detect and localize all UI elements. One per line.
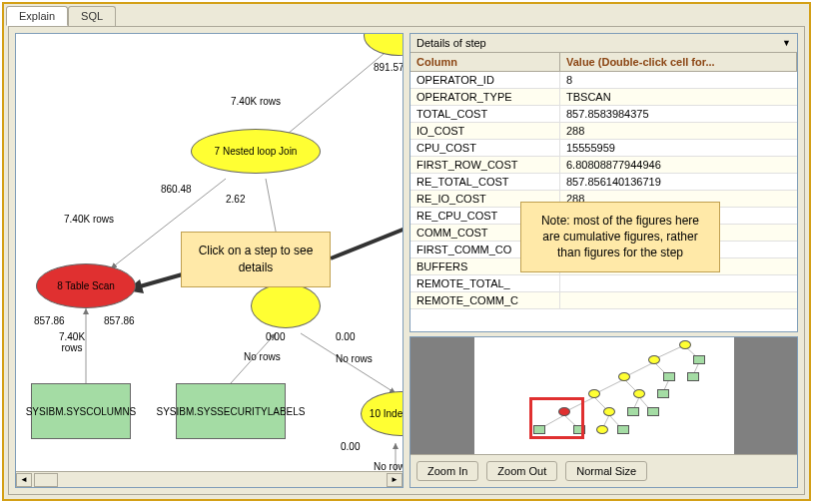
- details-cell-value[interactable]: TBSCAN: [560, 89, 797, 105]
- zoom-out-button[interactable]: Zoom Out: [486, 461, 557, 481]
- node-mid-yellow[interactable]: [251, 283, 321, 328]
- overview-viewport[interactable]: [529, 397, 584, 439]
- explain-diagram-pane[interactable]: 891.57 7.40K rows 7 Nested loop Join 860…: [15, 33, 404, 488]
- node-nested-loop-join[interactable]: 7 Nested loop Join: [191, 129, 321, 174]
- scroll-right-arrow[interactable]: ►: [387, 473, 403, 487]
- overview-canvas[interactable]: [410, 337, 797, 454]
- details-grid-header: Column Value (Double-click cell for...: [410, 53, 797, 72]
- details-cell-column: CPU_COST: [410, 140, 560, 156]
- details-cell-value[interactable]: [560, 292, 797, 308]
- overview-panel: Zoom In Zoom Out Normal Size: [409, 336, 798, 488]
- details-row[interactable]: OPERATOR_TYPETBSCAN: [410, 89, 797, 106]
- tooltip-cumulative: Note: most of the figures here are cumul…: [520, 202, 720, 272]
- tooltip-click-step: Click on a step to see details: [181, 232, 331, 287]
- details-col-header-column[interactable]: Column: [410, 53, 560, 71]
- details-cell-column: RE_TOTAL_COST: [410, 174, 560, 190]
- node-syssecuritylabels[interactable]: SYSIBM.SYSSECURITYLABELS: [176, 383, 286, 439]
- label-no-rows-2: No rows: [336, 353, 373, 364]
- tab-sql[interactable]: SQL: [68, 6, 116, 26]
- label-idx-zero: 0.00: [341, 441, 360, 452]
- label-ts-cost-l: 857.86: [34, 315, 65, 326]
- details-cell-value[interactable]: [560, 275, 797, 291]
- normal-size-button[interactable]: Normal Size: [565, 461, 647, 481]
- details-cell-value[interactable]: 288: [560, 123, 797, 139]
- details-row[interactable]: REMOTE_COMM_C: [410, 292, 797, 309]
- label-top-cost: 891.57: [374, 62, 404, 73]
- details-panel: Details of step ▼ Column Value (Double-c…: [409, 33, 798, 332]
- label-ts-rows: 7.40K rows: [52, 331, 92, 353]
- details-cell-column: FIRST_ROW_COST: [410, 157, 560, 173]
- details-row[interactable]: TOTAL_COST857.8583984375: [410, 106, 797, 123]
- label-no-rows-1: No rows: [244, 351, 281, 362]
- label-rows-1: 7.40K rows: [231, 96, 281, 107]
- details-cell-value[interactable]: 6.80808877944946: [560, 157, 797, 173]
- details-cell-value[interactable]: 8: [560, 72, 797, 88]
- details-cell-column: OPERATOR_TYPE: [410, 89, 560, 105]
- details-cell-column: REMOTE_TOTAL_: [410, 275, 560, 291]
- details-row[interactable]: CPU_COST15555959: [410, 140, 797, 157]
- details-cell-column: REMOTE_COMM_C: [410, 292, 560, 308]
- details-cell-column: OPERATOR_ID: [410, 72, 560, 88]
- details-row[interactable]: REMOTE_TOTAL_: [410, 275, 797, 292]
- details-cell-value[interactable]: 857.856140136719: [560, 174, 797, 190]
- svg-line-9: [331, 209, 404, 258]
- details-cell-value[interactable]: 857.8583984375: [560, 106, 797, 122]
- label-ts-cost-r: 857.86: [104, 315, 135, 326]
- details-title: Details of step: [416, 37, 486, 49]
- details-col-header-value[interactable]: Value (Double-click cell for...: [560, 53, 797, 71]
- label-nl-right-cost: 2.62: [226, 194, 245, 205]
- label-zero-2: 0.00: [336, 331, 355, 342]
- details-grid-body: OPERATOR_ID8OPERATOR_TYPETBSCANTOTAL_COS…: [410, 72, 797, 309]
- details-collapse-icon[interactable]: ▼: [782, 38, 791, 48]
- details-row[interactable]: OPERATOR_ID8: [410, 72, 797, 89]
- details-row[interactable]: IO_COST288: [410, 123, 797, 140]
- tab-bar: Explain SQL: [4, 4, 809, 26]
- details-cell-column: TOTAL_COST: [410, 106, 560, 122]
- label-rows-2: 7.40K rows: [64, 214, 114, 225]
- label-zero-1: 0.00: [266, 331, 285, 342]
- scroll-thumb[interactable]: [34, 473, 58, 487]
- node-syscolumns[interactable]: SYSIBM.SYSCOLUMNS: [31, 383, 131, 439]
- zoom-in-button[interactable]: Zoom In: [416, 461, 478, 481]
- scroll-left-arrow[interactable]: ◄: [16, 473, 32, 487]
- node-top-partial[interactable]: [364, 33, 404, 56]
- tab-explain[interactable]: Explain: [6, 6, 68, 26]
- node-table-scan-8[interactable]: 8 Table Scan: [36, 263, 136, 308]
- details-cell-value[interactable]: 15555959: [560, 140, 797, 156]
- horizontal-scrollbar[interactable]: ◄ ►: [16, 471, 403, 487]
- label-nl-left-cost: 860.48: [161, 184, 192, 195]
- details-row[interactable]: FIRST_ROW_COST6.80808877944946: [410, 157, 797, 174]
- node-index-scan-10[interactable]: 10 Index scan: [361, 391, 404, 436]
- details-cell-column: IO_COST: [410, 123, 560, 139]
- svg-line-0: [276, 44, 396, 144]
- details-row[interactable]: RE_TOTAL_COST857.856140136719: [410, 174, 797, 191]
